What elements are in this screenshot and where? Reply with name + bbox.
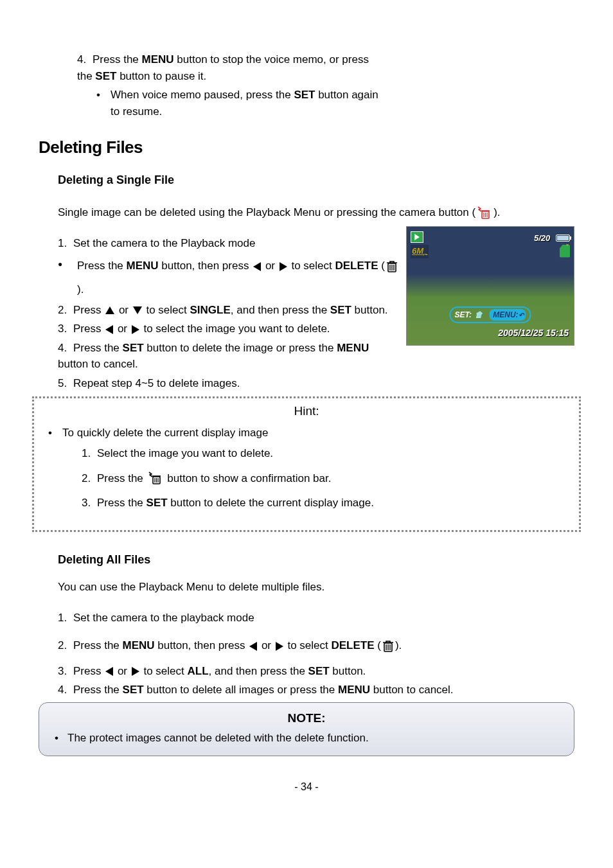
text: When voice memo paused, press the bbox=[111, 89, 294, 101]
delete-label: DELETE bbox=[331, 639, 374, 651]
pill-set: SET: 🗑 bbox=[454, 309, 483, 321]
text: Press bbox=[73, 323, 104, 335]
subheading-single: Deleting a Single File bbox=[58, 172, 574, 189]
note-box: NOTE: The protect images cannot be delet… bbox=[39, 702, 574, 756]
single-bullet-menu: Press the MENU button, then press or to … bbox=[58, 254, 574, 302]
text: Press bbox=[73, 304, 104, 316]
text: Select the image you want to delete. bbox=[97, 447, 273, 459]
text: Press bbox=[73, 665, 104, 677]
left-arrow-icon bbox=[253, 262, 261, 271]
text: or bbox=[258, 639, 274, 651]
flash-trash-icon bbox=[477, 206, 492, 221]
text: to select bbox=[143, 304, 190, 316]
text: Press the bbox=[73, 684, 123, 696]
text: Press the bbox=[97, 472, 147, 484]
text: Set the camera to the Playback mode bbox=[73, 237, 256, 249]
note-body: The protect images cannot be deleted wit… bbox=[52, 730, 561, 747]
left-arrow-icon bbox=[105, 667, 113, 676]
left-arrow-icon bbox=[105, 325, 113, 334]
text: button, then press bbox=[155, 639, 249, 651]
pill-menu: MENU:↶ bbox=[489, 309, 526, 321]
text: button to delete all images or press the bbox=[144, 684, 338, 696]
text: to select bbox=[141, 665, 188, 677]
text: ). bbox=[493, 206, 500, 218]
set-label: SET bbox=[308, 665, 330, 677]
text: button to pause it. bbox=[116, 70, 206, 82]
lcd-top-right: 5/20 bbox=[534, 229, 570, 246]
set-label: SET bbox=[95, 70, 116, 82]
trash-icon bbox=[382, 639, 394, 653]
text: Press the bbox=[73, 639, 123, 651]
right-arrow-icon bbox=[132, 667, 139, 676]
text: Press the bbox=[77, 260, 127, 272]
heading-deleting-files: Deleting Files bbox=[39, 135, 574, 160]
text: to select bbox=[289, 260, 335, 272]
text: Press the bbox=[73, 342, 123, 354]
up-arrow-icon bbox=[105, 306, 114, 314]
text: , and then press the bbox=[231, 304, 330, 316]
text: Press the bbox=[97, 497, 147, 509]
flash-trash-icon bbox=[148, 471, 163, 486]
single-intro: Single image can be deleted using the Pl… bbox=[58, 204, 574, 221]
hint-step-2: 2.Press the button to show a confirmatio… bbox=[82, 468, 569, 489]
lcd-timestamp: 2005/12/25 15:15 bbox=[498, 326, 569, 340]
all-step-3: 3.Press or to select ALL, and then press… bbox=[58, 663, 574, 680]
text: ). bbox=[395, 639, 402, 651]
text: Single image can be deleted using the Pl… bbox=[58, 206, 475, 218]
right-arrow-icon bbox=[132, 325, 139, 334]
menu-label: MENU bbox=[142, 53, 174, 66]
text: button. bbox=[351, 304, 388, 316]
delete-label: DELETE bbox=[335, 260, 378, 272]
text: Repeat step 4~5 to delete images. bbox=[73, 377, 240, 389]
text: to select the image you want to delete. bbox=[141, 323, 330, 335]
right-arrow-icon bbox=[280, 262, 287, 271]
subheading-all: Deleting All Files bbox=[58, 551, 574, 569]
text: button to show a confirmation bar. bbox=[164, 472, 332, 484]
text: button to delete the current display ima… bbox=[168, 497, 374, 509]
all-step-4: 4.Press the SET button to delete all ima… bbox=[58, 682, 574, 698]
text: button. bbox=[330, 665, 366, 677]
text: Set the camera to the playback mode bbox=[73, 612, 254, 624]
single-step-5: 5.Repeat step 4~5 to delete images. bbox=[58, 375, 574, 392]
text: or bbox=[114, 665, 130, 677]
battery-icon bbox=[556, 235, 570, 242]
all-intro: You can use the Playback Menu to delete … bbox=[58, 579, 574, 596]
set-label: SET bbox=[294, 89, 315, 101]
text: or bbox=[116, 304, 132, 316]
single-label: SINGLE bbox=[190, 304, 231, 316]
all-label: ALL bbox=[188, 665, 209, 677]
text: button to cancel. bbox=[370, 684, 453, 696]
all-step-1: 1.Set the camera to the playback mode bbox=[58, 610, 574, 626]
text: ). bbox=[77, 283, 84, 296]
all-step-2: 2.Press the MENU button, then press or t… bbox=[58, 637, 574, 654]
memo-step-4: 4.Press the MENU button to stop the voic… bbox=[77, 51, 379, 84]
hint-step-1: 1.Select the image you want to delete. bbox=[82, 443, 569, 464]
image-count: 5/20 bbox=[534, 233, 550, 243]
text: , and then press the bbox=[209, 665, 308, 677]
right-arrow-icon bbox=[276, 642, 283, 651]
text: Press the bbox=[93, 53, 142, 66]
set-label: SET bbox=[123, 684, 144, 696]
menu-label: MENU bbox=[337, 342, 369, 354]
menu-label: MENU bbox=[123, 639, 155, 651]
hint-main: To quickly delete the current display im… bbox=[44, 425, 569, 441]
left-arrow-icon bbox=[249, 642, 257, 651]
text: or bbox=[114, 323, 130, 335]
hint-box: Hint: To quickly delete the current disp… bbox=[32, 396, 581, 532]
page-number: - 34 - bbox=[39, 779, 574, 795]
playback-mode-icon bbox=[411, 231, 423, 243]
set-label: SET bbox=[330, 304, 351, 316]
hint-title: Hint: bbox=[44, 402, 569, 421]
text: button to cancel. bbox=[58, 358, 138, 370]
trash-icon bbox=[386, 260, 398, 274]
note-title: NOTE: bbox=[52, 709, 561, 728]
text: button to delete the image or press the bbox=[144, 342, 337, 354]
text: to select bbox=[285, 639, 332, 651]
down-arrow-icon bbox=[133, 306, 142, 314]
text: ( bbox=[375, 639, 381, 651]
text: or bbox=[262, 260, 278, 272]
set-label: SET bbox=[147, 497, 168, 509]
menu-label: MENU bbox=[338, 684, 370, 696]
set-label: SET bbox=[123, 342, 144, 354]
hint-step-3: 3.Press the SET button to delete the cur… bbox=[82, 493, 569, 513]
